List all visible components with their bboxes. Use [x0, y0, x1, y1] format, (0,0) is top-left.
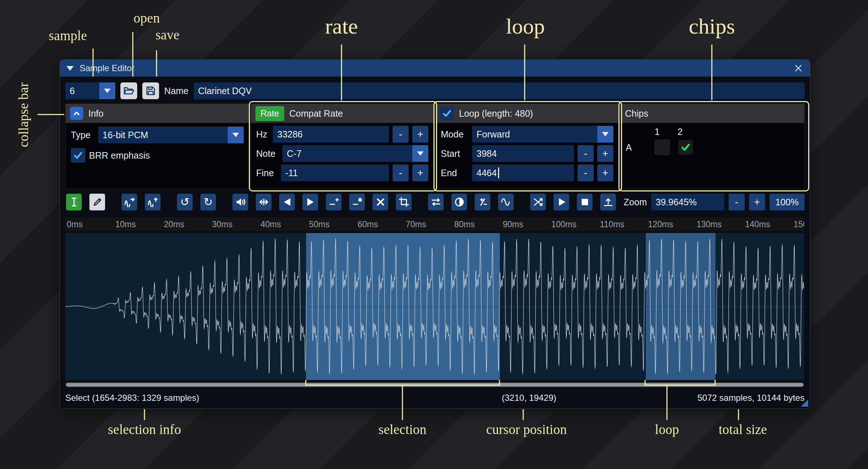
floppy-save-icon	[145, 85, 156, 96]
select-mode-button[interactable]	[66, 194, 82, 210]
info-title: Info	[88, 108, 104, 119]
invert-button[interactable]	[451, 194, 467, 210]
loop-start-minus-button[interactable]: -	[578, 145, 594, 162]
zoom-plus-button[interactable]: +	[749, 194, 765, 210]
sine-wave-icon	[501, 197, 511, 207]
close-icon	[794, 64, 803, 73]
crossfade-loop-button[interactable]	[530, 194, 546, 210]
toolbar: ↺ ↻	[66, 194, 805, 210]
stop-preview-button[interactable]	[577, 194, 593, 210]
note-select[interactable]: C-7	[282, 145, 428, 162]
sample-number-select[interactable]: 6	[65, 82, 115, 99]
text-caret	[498, 167, 499, 178]
waveform-area[interactable]	[65, 233, 804, 380]
resample-button[interactable]	[145, 194, 161, 210]
left-triangle-icon	[282, 197, 292, 207]
chip-column-1-label: 1	[650, 127, 664, 137]
loop-end-plus-button[interactable]: +	[597, 164, 613, 181]
loop-enable-checkbox[interactable]	[440, 106, 454, 120]
draw-mode-button[interactable]	[89, 194, 105, 210]
pencil-icon	[92, 197, 103, 207]
open-button[interactable]	[120, 82, 137, 99]
resize-grip[interactable]	[801, 399, 808, 407]
note-value: C-7	[282, 145, 412, 162]
save-button[interactable]	[142, 82, 159, 99]
signed-unsigned-button[interactable]	[475, 194, 490, 210]
fine-label: Fine	[256, 168, 277, 178]
hz-minus-button[interactable]: -	[393, 126, 409, 143]
timeline-ruler: 0ms 10ms 20ms 30ms 40ms 50ms 60ms 70ms 8…	[65, 217, 804, 231]
fine-minus-button[interactable]: -	[393, 164, 409, 181]
type-value: 16-bit PCM	[98, 127, 228, 143]
fade-out-button[interactable]	[302, 194, 318, 210]
fine-plus-button[interactable]: +	[412, 164, 428, 181]
zoom-minus-button[interactable]: -	[729, 194, 745, 210]
ruler-label: 30ms	[212, 220, 232, 229]
title-bar[interactable]: Sample Editor	[60, 60, 810, 77]
chevron-down-icon[interactable]	[412, 145, 428, 162]
ruler-label: 10ms	[115, 220, 136, 229]
apply-filter-button[interactable]	[498, 194, 514, 210]
preview-button[interactable]	[553, 194, 569, 210]
ruler-label: 100ms	[551, 220, 576, 229]
chip-row-a-label: A	[624, 142, 646, 153]
upload-icon	[603, 197, 613, 207]
zoom-input[interactable]: 39.9645%	[651, 194, 724, 210]
loop-start-input[interactable]: 3984	[472, 145, 574, 162]
right-triangle-icon	[305, 197, 316, 207]
window-collapse-icon[interactable]	[66, 66, 74, 71]
annotation-chips: chips	[689, 14, 735, 39]
ruler-label: 150ms	[794, 220, 804, 229]
collapse-button[interactable]	[70, 107, 83, 120]
name-label: Name	[164, 86, 189, 96]
brr-emphasis-checkbox[interactable]	[71, 148, 85, 163]
annotation-loop-bottom: loop	[655, 422, 679, 437]
note-label: Note	[256, 148, 279, 159]
insert-silence-button[interactable]	[326, 194, 342, 210]
brr-emphasis-label: BRR emphasis	[89, 150, 150, 161]
chevron-down-icon[interactable]	[99, 82, 115, 99]
fade-in-button[interactable]	[279, 194, 295, 210]
scrollbar-thumb[interactable]	[66, 383, 803, 387]
delete-button[interactable]	[373, 194, 388, 210]
loop-end-minus-button[interactable]: -	[578, 164, 594, 181]
zoom-reset-button[interactable]: 100%	[769, 194, 805, 210]
chevron-down-icon[interactable]	[228, 127, 244, 143]
amplify-button[interactable]	[232, 194, 248, 210]
normalize-button[interactable]	[256, 194, 271, 210]
annotation-open: open	[134, 10, 160, 26]
window-title: Sample Editor	[80, 63, 135, 73]
undo-icon: ↺	[180, 197, 189, 208]
check-icon	[442, 108, 452, 119]
upload-button[interactable]	[600, 194, 616, 210]
mode-select[interactable]: Forward	[472, 126, 613, 143]
rate-badge-button[interactable]: Rate	[255, 106, 284, 121]
waveform-canvas[interactable]	[65, 233, 804, 380]
chip-a2-checkbox[interactable]	[678, 140, 693, 155]
undo-button[interactable]: ↺	[177, 194, 193, 210]
swap-arrows-icon	[431, 197, 441, 207]
ruler-label: 110ms	[600, 220, 624, 229]
close-button[interactable]	[793, 63, 803, 73]
fine-input[interactable]: -11	[281, 164, 389, 181]
resize-button[interactable]	[121, 194, 137, 210]
name-input[interactable]: Clarinet DQV	[194, 82, 805, 99]
info-header[interactable]: Info	[66, 104, 249, 123]
reverse-button[interactable]	[428, 194, 444, 210]
ruler-label: 90ms	[503, 220, 523, 229]
crop-icon	[399, 197, 409, 207]
loop-end-input[interactable]: 4464	[472, 164, 574, 181]
chip-a1-checkbox[interactable]	[655, 140, 670, 155]
apply-silence-button[interactable]	[349, 194, 365, 210]
type-select[interactable]: 16-bit PCM	[98, 127, 244, 143]
redo-button[interactable]: ↻	[200, 194, 216, 210]
info-panel: Info Type 16-bit PCM BRR emphasis	[65, 104, 249, 189]
loop-title: Loop (length: 480)	[459, 108, 533, 119]
total-size-text: 5072 samples, 10144 bytes	[697, 393, 805, 403]
hz-input[interactable]: 33286	[273, 126, 389, 143]
trim-button[interactable]	[396, 194, 412, 210]
chip-column-2-label: 2	[673, 127, 687, 137]
hz-plus-button[interactable]: +	[412, 126, 428, 143]
loop-start-plus-button[interactable]: +	[597, 145, 613, 162]
chevron-down-icon[interactable]	[597, 126, 613, 143]
